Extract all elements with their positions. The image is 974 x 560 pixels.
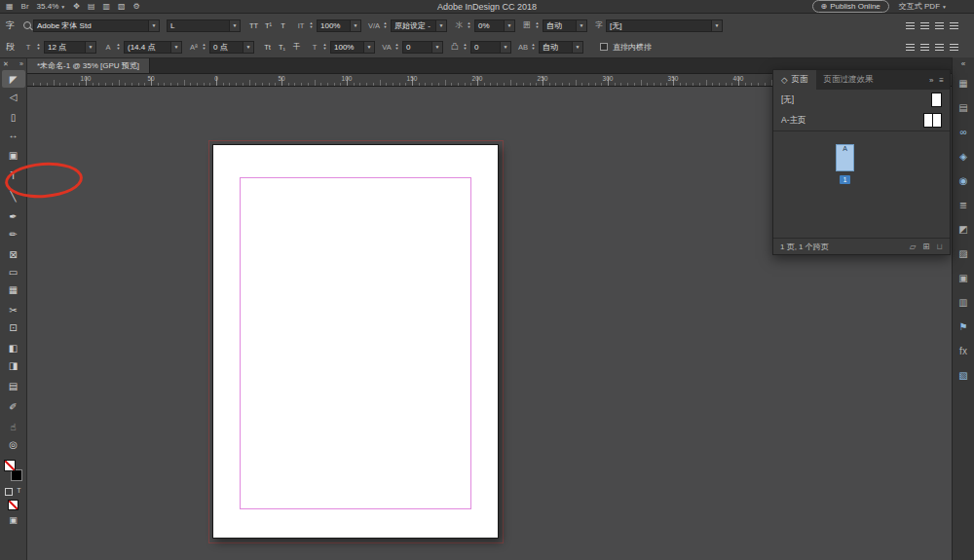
pencil-tool[interactable]: ✏ [2, 225, 25, 243]
superscript-button[interactable]: T¹ [262, 19, 275, 32]
links-panel-icon[interactable]: ∞ [955, 125, 971, 140]
fill-swatch[interactable] [4, 460, 16, 471]
app-menu-icon[interactable]: ▦ [6, 3, 14, 11]
swatches-panel-icon[interactable]: ▨ [955, 246, 971, 262]
vertical-scale-field-value[interactable]: 100%▼ [317, 19, 361, 32]
cc-libraries-panel-icon[interactable]: ▥ [955, 295, 971, 311]
eyedropper-tool[interactable]: ✐ [2, 397, 25, 415]
font-family-combo[interactable]: Adobe 宋体 Std▼ [23, 19, 160, 32]
effects-panel-icon[interactable]: fx [955, 344, 971, 359]
pages-panel-icon[interactable]: ▦ [955, 76, 971, 92]
character-formatting-button[interactable]: 字 [4, 19, 17, 32]
content-collector-tool[interactable]: ▣ [2, 146, 25, 164]
tsume-field-stepper[interactable]: ▲▼ [462, 43, 468, 51]
small-caps-button[interactable]: Tt [261, 41, 274, 54]
leading-field-value[interactable]: (14.4 点▼ [124, 41, 182, 54]
tab-page-transitions[interactable]: 页面过渡效果 [816, 74, 881, 86]
tsume-field-value[interactable]: 0▼ [470, 41, 511, 54]
master-none-row[interactable]: [无] [773, 90, 950, 110]
page-number-badge[interactable]: 1 [840, 175, 850, 184]
horizontal-scale-field-dropdown-icon[interactable]: ▼ [363, 42, 374, 53]
screen-mode-icon[interactable]: ▥ [102, 3, 110, 11]
align-justify-button[interactable] [948, 19, 960, 32]
page-thumbnail[interactable]: A [836, 144, 854, 171]
proportional-spacing-field-stepper[interactable]: ▲▼ [466, 21, 472, 29]
align-left-button[interactable] [904, 19, 917, 32]
horizontal-grid-tool[interactable]: ▦ [2, 280, 25, 298]
tracking-field-dropdown-icon[interactable]: ▼ [431, 42, 442, 53]
rectangle-frame-tool[interactable]: ⊠ [2, 245, 25, 263]
screen-mode-button[interactable]: ▣ [0, 515, 26, 525]
proportional-spacing-field-dropdown-icon[interactable]: ▼ [504, 20, 514, 31]
tracking-field-value[interactable]: 0▼ [402, 41, 443, 54]
aki-field-dropdown-icon[interactable]: ▼ [572, 42, 582, 53]
align-top-button[interactable] [904, 41, 917, 54]
subscript-button[interactable]: T₁ [276, 41, 288, 54]
character-style-combo[interactable]: 字[无]▼ [594, 19, 723, 32]
hand-tool[interactable]: ☝ [2, 418, 25, 435]
gap-tool[interactable]: ↔ [2, 126, 25, 143]
hand-pan-icon[interactable]: ✥ [73, 3, 80, 11]
font-size-field-dropdown-icon[interactable]: ▼ [85, 42, 95, 53]
aki-field[interactable]: AB▲▼自动▼ [518, 41, 583, 54]
info-panel-icon[interactable]: ▧ [955, 368, 971, 384]
new-page-button[interactable]: ⊞ [922, 242, 929, 251]
type-tool[interactable]: T [2, 167, 25, 184]
horizontal-scale-field-value[interactable]: 100%▼ [330, 41, 375, 54]
tsume-field-dropdown-icon[interactable]: ▼ [500, 42, 510, 53]
align-middle-button[interactable] [918, 41, 931, 54]
expand-panels-icon[interactable]: « [961, 59, 965, 68]
grid-count-field[interactable]: 囲▲▼自动▼ [522, 19, 587, 32]
aki-field-value[interactable]: 自动▼ [539, 41, 583, 54]
line-tool[interactable]: ╲ [2, 187, 25, 205]
workspace-switcher-icon[interactable]: ⚙ [133, 3, 140, 11]
note-tool[interactable]: ▤ [2, 377, 25, 394]
align-right-button[interactable] [933, 19, 946, 32]
baseline-shift-field-value[interactable]: 0 点▼ [209, 41, 254, 54]
vertical-scale-field-stepper[interactable]: ▲▼ [308, 21, 315, 29]
pen-tool[interactable]: ✒ [2, 207, 25, 225]
grid-count-field-stepper[interactable]: ▲▼ [534, 21, 541, 29]
tracking-field-stepper[interactable]: ▲▼ [393, 43, 400, 51]
color-themes-panel-icon[interactable]: ◉ [955, 173, 971, 189]
baseline-shift-field-dropdown-icon[interactable]: ▼ [243, 42, 253, 53]
character-style-combo-dropdown-icon[interactable]: ▼ [711, 20, 722, 31]
view-options-icon[interactable]: ▤ [88, 3, 95, 11]
formatting-affects-text-button[interactable]: T [17, 487, 20, 496]
paragraph-styles-panel-icon[interactable]: ▤ [955, 100, 971, 116]
master-a-row[interactable]: A-主页 [773, 110, 950, 131]
strikethrough-button[interactable]: 干 [290, 41, 303, 54]
collapse-panel-icon[interactable]: » [19, 60, 23, 67]
gradient-feather-tool[interactable]: ◨ [2, 356, 25, 374]
selection-tool[interactable]: ◤ [2, 70, 25, 88]
tracking-field[interactable]: VA▲▼0▼ [382, 41, 443, 54]
page-tool[interactable]: ▯ [2, 108, 25, 126]
paragraph-formatting-button[interactable]: 段 [4, 41, 17, 54]
align-grid-button[interactable] [948, 41, 960, 54]
baseline-shift-field[interactable]: Aª▲▼0 点▼ [189, 41, 254, 54]
vertical-scale-field-dropdown-icon[interactable]: ▼ [350, 20, 360, 31]
bridge-icon[interactable]: Br [21, 3, 29, 11]
formatting-affects-container-button[interactable] [5, 488, 13, 496]
grid-count-field-dropdown-icon[interactable]: ▼ [576, 20, 586, 31]
font-size-field-stepper[interactable]: ▲▼ [35, 43, 42, 51]
kerning-field-dropdown-icon[interactable]: ▼ [435, 20, 446, 31]
proportional-spacing-field-value[interactable]: 0%▼ [474, 19, 515, 32]
scissors-tool[interactable]: ✂ [2, 301, 25, 318]
all-caps-button[interactable]: TT [247, 19, 260, 32]
horizontal-scale-field[interactable]: T▲▼100%▼ [310, 41, 375, 54]
gradient-swatch-tool[interactable]: ◧ [2, 339, 25, 356]
font-family-combo-value[interactable]: Adobe 宋体 Std▼ [33, 19, 160, 32]
leading-field-stepper[interactable]: ▲▼ [115, 43, 122, 51]
tsume-field[interactable]: 凸▲▼0▼ [450, 41, 511, 54]
apply-none-button[interactable] [8, 500, 19, 510]
align-center-button[interactable] [918, 19, 931, 32]
aki-field-stepper[interactable]: ▲▼ [530, 43, 537, 51]
arrange-documents-icon[interactable]: ▧ [118, 3, 126, 11]
kerning-field[interactable]: V/A▲▼原始设定 -▼ [368, 19, 447, 32]
font-size-field[interactable]: T▲▼12 点▼ [23, 41, 96, 54]
color-panel-icon[interactable]: ◩ [955, 222, 971, 238]
stroke-panel-icon[interactable]: ≣ [955, 198, 971, 213]
underline-button[interactable]: T [277, 19, 289, 32]
align-bottom-button[interactable] [933, 41, 946, 54]
